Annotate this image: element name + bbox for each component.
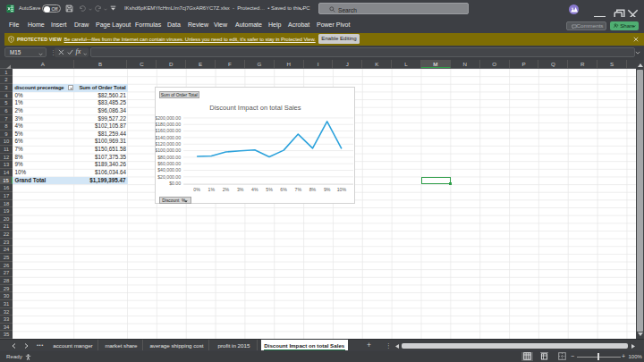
svg-text:1%: 1% bbox=[208, 187, 215, 192]
svg-text:Discount Impact on total Sales: Discount Impact on total Sales bbox=[209, 104, 301, 112]
svg-text:$100,000.00: $100,000.00 bbox=[156, 147, 181, 153]
svg-text:$160,000.00: $160,000.00 bbox=[156, 128, 181, 133]
svg-text:$140,000.00: $140,000.00 bbox=[156, 135, 181, 140]
svg-text:$80,000.00: $80,000.00 bbox=[157, 155, 181, 160]
svg-text:$180,000.00: $180,000.00 bbox=[156, 122, 181, 127]
svg-text:5%: 5% bbox=[266, 187, 273, 192]
svg-text:$60,000.00: $60,000.00 bbox=[157, 161, 181, 166]
svg-text:10%: 10% bbox=[336, 187, 346, 192]
svg-text:$40,000.00: $40,000.00 bbox=[157, 167, 181, 173]
svg-text:$200,000.00: $200,000.00 bbox=[156, 115, 181, 121]
svg-text:4%: 4% bbox=[251, 187, 258, 192]
svg-text:$120,000.00: $120,000.00 bbox=[156, 141, 181, 147]
svg-text:3%: 3% bbox=[237, 187, 244, 192]
svg-text:7%: 7% bbox=[294, 187, 301, 192]
svg-text:$20,000.00: $20,000.00 bbox=[157, 174, 181, 180]
svg-text:6%: 6% bbox=[280, 187, 287, 192]
svg-text:0%: 0% bbox=[193, 187, 200, 192]
svg-text:9%: 9% bbox=[324, 187, 331, 192]
svg-text:2%: 2% bbox=[223, 187, 230, 192]
svg-text:$0.00: $0.00 bbox=[169, 181, 181, 186]
svg-text:8%: 8% bbox=[309, 187, 317, 192]
